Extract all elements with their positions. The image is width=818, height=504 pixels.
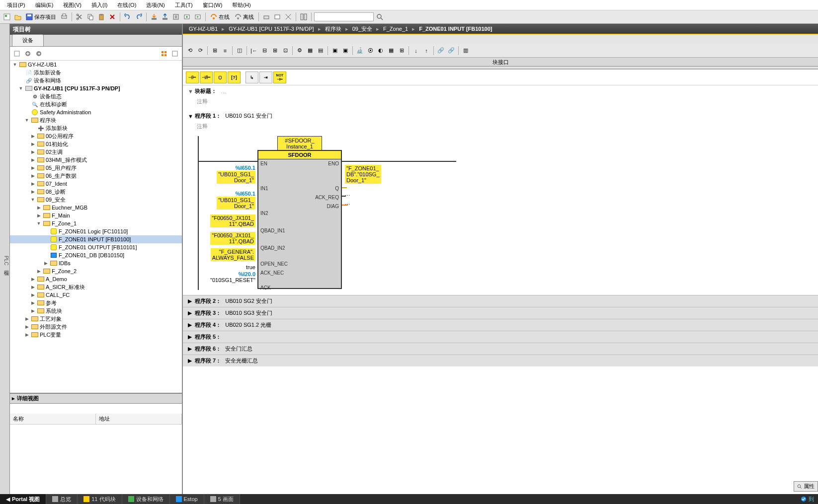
ed-icon-14[interactable]: ▣ <box>340 46 350 56</box>
menu-help[interactable]: 帮助(H) <box>227 1 255 9</box>
tree-view-icon[interactable] <box>159 49 169 59</box>
download-icon[interactable] <box>149 12 159 22</box>
tree-idbs[interactable]: IDBs <box>59 260 71 266</box>
ed-icon-3[interactable]: ⊞ <box>210 46 220 56</box>
operand-qbad1[interactable]: "F00650_JX101_ 11".QBAD <box>208 215 255 227</box>
tree-g03[interactable]: 03HMI_操作模式 <box>46 156 87 164</box>
tree-root[interactable]: GY-HZ-UB1 <box>28 62 57 68</box>
print-icon[interactable] <box>59 12 69 22</box>
menu-insert[interactable]: 插入(I) <box>86 1 112 9</box>
properties-tab[interactable]: 属性 <box>794 481 818 492</box>
ed-icon-12[interactable]: ▤ <box>316 46 326 56</box>
tree-collapse-icon[interactable] <box>170 49 180 59</box>
ed-icon-24[interactable]: ▥ <box>461 46 471 56</box>
search-input[interactable] <box>314 12 374 21</box>
save-project-button[interactable]: 保存项目 <box>24 13 58 21</box>
new-project-icon[interactable] <box>2 12 12 22</box>
ed-icon-19[interactable]: ⊞ <box>397 46 407 56</box>
fb-box[interactable]: SFDOOR EN IN1 IN2 QBAD_IN1 QBAD_IN2 OPEN… <box>257 150 342 289</box>
crumb-6[interactable]: F_ZONE01 INPUT [FB10100] <box>417 26 494 32</box>
crumb-3[interactable]: 程序块 <box>323 25 343 33</box>
ed-icon-20[interactable]: ↓ <box>411 46 421 56</box>
menu-window[interactable]: 窗口(W) <box>198 1 228 9</box>
tree-ademo[interactable]: A_Demo <box>46 276 67 282</box>
ladder-diagram[interactable]: #SFDOOR_ Instance_1 SFDOOR EN IN1 IN2 QB… <box>198 136 818 295</box>
menu-tools[interactable]: 工具(T) <box>170 1 198 9</box>
tree-g05[interactable]: 05_用户程序 <box>46 164 77 172</box>
detail-col-name[interactable]: 名称 <box>10 414 96 424</box>
tree-g02[interactable]: 02主调 <box>46 148 63 156</box>
tree-fc-logic[interactable]: F_ZONE01 Logic [FC10110] <box>59 228 128 234</box>
ed-icon-23[interactable]: 🔗 <box>446 46 456 56</box>
left-sidebar-tab[interactable]: PLC 编程 <box>0 24 10 494</box>
tree-add-block[interactable]: 添加新块 <box>46 125 68 132</box>
tree-g06[interactable]: 06_生产数据 <box>46 172 77 180</box>
net-toggle[interactable]: ▶ <box>188 322 195 328</box>
undo-icon[interactable] <box>123 12 133 22</box>
network-6-header[interactable]: ▶程序段 6：安全门汇总 <box>183 343 818 355</box>
cut-icon[interactable] <box>75 12 84 22</box>
tree-asicr[interactable]: A_SICR_标准块 <box>46 284 85 291</box>
network-area[interactable]: ▼块标题：… 注释 ▼程序段 1：UB010 SG1 安全门 注释 #SFDOO… <box>183 85 818 494</box>
block-comment[interactable]: 注释 <box>183 97 818 106</box>
redo-icon[interactable] <box>134 12 144 22</box>
status-overview[interactable]: 总览 <box>46 494 78 504</box>
tree-dev-config[interactable]: 设备组态 <box>40 93 62 100</box>
status-devnet[interactable]: 设备和网络 <box>122 494 170 504</box>
tree-techobj[interactable]: 工艺对象 <box>40 315 62 323</box>
accessible-icon[interactable] <box>261 12 271 22</box>
ed-icon-5[interactable]: ◫ <box>235 46 245 56</box>
ed-icon-4[interactable]: ≡ <box>220 46 230 56</box>
tree-g09[interactable]: 09_安全 <box>46 196 66 204</box>
tree-g00[interactable]: 00公用程序 <box>46 133 74 140</box>
ed-icon-7[interactable]: ⊟ <box>259 46 269 56</box>
go-online-button[interactable]: 在线 <box>208 13 232 21</box>
tree-euchner[interactable]: Euchner_MGB <box>52 205 87 211</box>
delete-icon[interactable] <box>107 12 117 22</box>
ed-icon-1[interactable]: ⟲ <box>185 46 195 56</box>
operand-opennec[interactable]: "F_GENERA". ALWAYS_FALSE <box>208 248 255 261</box>
tree-add-device[interactable]: 添加新设备 <box>34 69 61 76</box>
network-7-header[interactable]: ▶程序段 7：安全光栅汇总 <box>183 355 818 366</box>
status-code[interactable]: 11 代码块 <box>78 494 122 504</box>
tree-dev-network[interactable]: 设备和网络 <box>34 77 61 84</box>
ed-icon-17[interactable]: ◐ <box>376 46 386 56</box>
lad-btn-nc[interactable]: ⊣/⊢ <box>200 72 213 83</box>
tree-program-blocks[interactable]: 程序块 <box>40 117 56 124</box>
search-icon[interactable] <box>375 12 385 22</box>
ed-icon-15[interactable]: 🔬 <box>355 46 365 56</box>
ed-icon-11[interactable]: ▦ <box>305 46 315 56</box>
tree-plcvar[interactable]: PLC变量 <box>40 331 61 339</box>
net1-desc[interactable]: UB010 SG1 安全门 <box>225 112 272 120</box>
ed-icon-8[interactable]: ⊞ <box>270 46 280 56</box>
tree-g08[interactable]: 08_诊断 <box>46 188 66 196</box>
copy-icon[interactable] <box>85 12 95 22</box>
net-toggle[interactable]: ▶ <box>188 310 195 316</box>
ed-icon-21[interactable]: ↑ <box>421 46 431 56</box>
upload-icon[interactable] <box>160 12 170 22</box>
go-offline-button[interactable]: 离线 <box>233 13 256 21</box>
tree-ref[interactable]: 参考 <box>46 299 57 307</box>
operand-q[interactable]: "F_ZONE01_ DB"."010SG_ Door_1" <box>345 165 400 184</box>
tree-db[interactable]: F_ZONE01_DB [DB10150] <box>59 252 124 258</box>
network-4-header[interactable]: ▶程序段 4：UB020 SG1.2 光栅 <box>183 319 818 331</box>
layout-icon[interactable] <box>299 12 309 22</box>
net1-toggle[interactable]: ▼ <box>188 113 195 119</box>
operand-in2[interactable]: %I650.1 "UB010_SG1_ Door_1" <box>208 191 255 210</box>
start-icon[interactable] <box>193 12 203 22</box>
lad-btn-branch[interactable]: ↳ <box>245 72 258 83</box>
menu-view[interactable]: 视图(V) <box>58 1 86 9</box>
hmi-icon[interactable] <box>272 12 282 22</box>
status-estop[interactable]: Estop <box>170 494 204 504</box>
net-toggle[interactable]: ▶ <box>188 346 195 352</box>
tree-cpu[interactable]: GY-HZ-UB1 [CPU 1517F-3 PN/DP] <box>34 85 120 91</box>
tree-fzone2[interactable]: F_Zone_2 <box>52 268 77 274</box>
ed-icon-18[interactable]: ▦ <box>386 46 396 56</box>
menu-options[interactable]: 选项(N) <box>141 1 169 9</box>
operand-ack[interactable]: %I20.0 "010SG1_RESET" <box>205 271 255 283</box>
net-toggle[interactable]: ▶ <box>188 298 195 304</box>
xref-icon[interactable] <box>283 12 293 22</box>
crumb-1[interactable]: GY-HZ-UB1 <box>187 26 220 32</box>
detail-col-addr[interactable]: 地址 <box>96 414 182 424</box>
lad-btn-coil[interactable]: ⟮⟯ <box>214 72 227 83</box>
